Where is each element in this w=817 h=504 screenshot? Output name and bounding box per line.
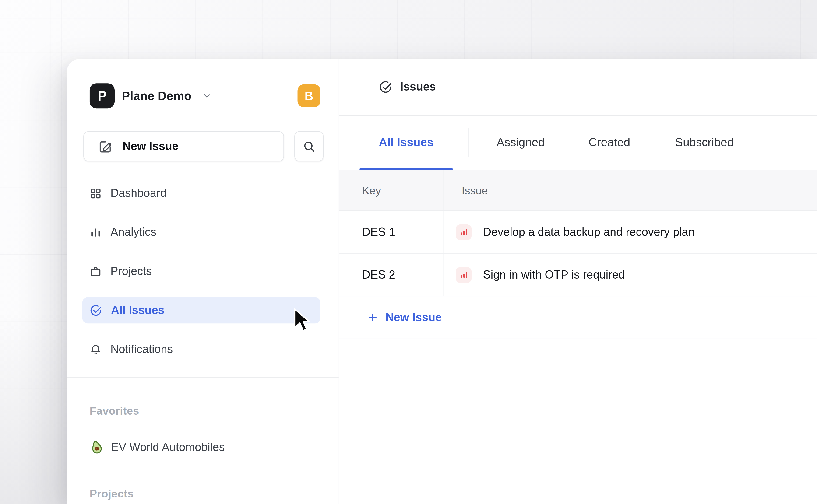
tab-separator xyxy=(468,128,469,157)
circle-check-icon xyxy=(379,80,392,94)
page-header: Issues xyxy=(339,59,817,115)
favorites-section-title: Favorites xyxy=(90,405,139,417)
new-issue-link-label: New Issue xyxy=(385,311,442,324)
sidebar-item-label: Dashboard xyxy=(110,186,166,200)
search-icon xyxy=(302,140,315,153)
edit-pencil-icon xyxy=(98,139,112,153)
table-header-row: Key Issue xyxy=(339,170,817,211)
sidebar-item-dashboard[interactable]: Dashboard xyxy=(82,180,320,206)
sidebar-item-label: All Issues xyxy=(111,304,164,317)
grid-icon xyxy=(90,187,101,199)
tab-subscribed[interactable]: Subscribed xyxy=(675,136,734,150)
sidebar-divider xyxy=(67,377,339,378)
new-issue-link[interactable]: New Issue xyxy=(339,296,817,339)
tab-all-issues[interactable]: All Issues xyxy=(359,116,453,170)
table-row[interactable]: DES 1 Develop a data backup and recovery… xyxy=(339,211,817,254)
column-header-key: Key xyxy=(339,170,444,210)
briefcase-icon xyxy=(90,265,101,277)
sidebar-item-label: Projects xyxy=(110,265,152,278)
sidebar-nav: Dashboard Analytics xyxy=(82,180,320,375)
issue-title[interactable]: Develop a data backup and recovery plan xyxy=(483,225,694,239)
projects-section-title: Projects xyxy=(90,487,134,500)
workspace-switcher[interactable]: P Plane Demo B xyxy=(90,83,320,108)
main-content: Issues All Issues Assigned Created Subsc… xyxy=(339,59,817,504)
workspace-name[interactable]: Plane Demo xyxy=(122,89,191,103)
new-issue-button-label: New Issue xyxy=(123,140,179,153)
new-issue-button[interactable]: New Issue xyxy=(83,131,284,161)
sidebar-item-label: Analytics xyxy=(110,225,156,239)
bar-chart-icon xyxy=(90,226,101,238)
issue-title[interactable]: Sign in with OTP is required xyxy=(483,268,625,281)
priority-urgent-icon[interactable] xyxy=(456,267,472,283)
search-button[interactable] xyxy=(294,131,323,161)
issue-key: DES 1 xyxy=(339,211,444,253)
sidebar: P Plane Demo B xyxy=(67,59,339,504)
desktop-background: P Plane Demo B xyxy=(0,0,817,504)
tab-created[interactable]: Created xyxy=(589,136,630,150)
user-avatar[interactable]: B xyxy=(297,84,320,107)
favorite-item-label: EV World Automobiles xyxy=(111,441,225,454)
avocado-emoji xyxy=(90,440,104,455)
column-header-issue: Issue xyxy=(444,170,817,210)
plus-icon xyxy=(367,312,378,323)
sidebar-item-notifications[interactable]: Notifications xyxy=(82,336,320,363)
app-window: P Plane Demo B xyxy=(67,59,817,504)
table-row[interactable]: DES 2 Sign in with OTP is required xyxy=(339,254,817,296)
issues-tabbar: All Issues Assigned Created Subscribed xyxy=(339,116,817,170)
issue-key: DES 2 xyxy=(339,254,444,296)
chevron-down-icon[interactable] xyxy=(202,91,211,101)
sidebar-item-all-issues[interactable]: All Issues xyxy=(82,297,320,324)
sidebar-item-analytics[interactable]: Analytics xyxy=(82,219,320,245)
tab-assigned[interactable]: Assigned xyxy=(497,136,545,150)
create-row: New Issue xyxy=(83,131,323,161)
workspace-logo[interactable]: P xyxy=(90,83,115,108)
circle-check-icon xyxy=(90,304,102,317)
bell-icon xyxy=(90,343,101,355)
mouse-cursor xyxy=(293,308,311,332)
priority-urgent-icon[interactable] xyxy=(456,224,472,240)
sidebar-item-label: Notifications xyxy=(110,343,173,356)
favorite-item-ev-world-automobiles[interactable]: EV World Automobiles xyxy=(90,440,225,455)
sidebar-item-projects[interactable]: Projects xyxy=(82,258,320,284)
page-title: Issues xyxy=(400,80,436,94)
